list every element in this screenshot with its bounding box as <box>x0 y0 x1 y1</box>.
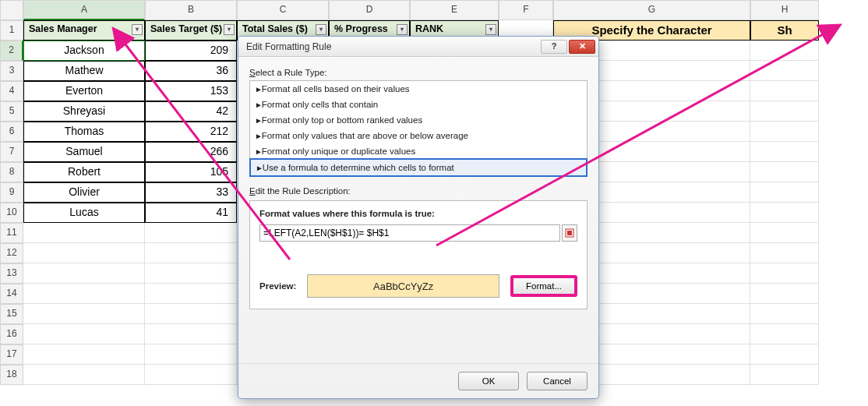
cell[interactable] <box>145 263 237 284</box>
cell-A7[interactable]: Samuel <box>23 142 145 162</box>
col-header-C[interactable]: C <box>237 0 329 20</box>
row-header-5[interactable]: 5 <box>0 101 23 122</box>
row-header-14[interactable]: 14 <box>0 284 23 304</box>
cell[interactable] <box>750 263 819 284</box>
cell-B4[interactable]: 153 <box>145 81 237 101</box>
row-header-13[interactable]: 13 <box>0 263 23 284</box>
rule-type-option[interactable]: Format only top or bottom ranked values <box>250 112 587 128</box>
cell-H3[interactable] <box>750 61 819 81</box>
formula-input[interactable] <box>259 224 560 242</box>
rule-type-option-selected[interactable]: Use a formula to determine which cells t… <box>249 158 587 177</box>
filter-dropdown-icon[interactable]: ▾ <box>224 24 235 35</box>
filter-dropdown-icon[interactable]: ▾ <box>485 24 496 35</box>
cell-A5[interactable]: Shreyasi <box>23 101 145 122</box>
help-button[interactable]: ? <box>541 40 567 54</box>
cell-B6[interactable]: 212 <box>145 122 237 142</box>
rule-type-list[interactable]: Format all cells based on their values F… <box>249 80 587 177</box>
cell-H2[interactable] <box>750 41 819 61</box>
cell-H7[interactable] <box>750 142 819 162</box>
filter-dropdown-icon[interactable]: ▾ <box>132 24 143 35</box>
row-header-6[interactable]: 6 <box>0 122 23 142</box>
row-header-3[interactable]: 3 <box>0 61 23 81</box>
row-header-9[interactable]: 9 <box>0 182 23 203</box>
col-header-B[interactable]: B <box>145 0 237 20</box>
cell-A4[interactable]: Everton <box>23 81 145 101</box>
close-button[interactable]: ✕ <box>569 40 595 54</box>
cell-B7[interactable]: 266 <box>145 142 237 162</box>
cell[interactable] <box>23 365 145 385</box>
col-header-A[interactable]: A <box>23 0 145 20</box>
rule-type-option[interactable]: Format all cells based on their values <box>250 81 587 97</box>
cell-A6[interactable]: Thomas <box>23 122 145 142</box>
cell-H9[interactable] <box>750 182 819 203</box>
select-all-corner[interactable] <box>0 0 23 20</box>
cell[interactable] <box>23 304 145 324</box>
cell-H1-value[interactable]: Sh <box>750 20 819 41</box>
format-button[interactable]: Format... <box>510 275 577 297</box>
cell-A10[interactable]: Lucas <box>23 203 145 223</box>
col-header-E[interactable]: E <box>410 0 499 20</box>
cell[interactable] <box>23 324 145 344</box>
row-header-12[interactable]: 12 <box>0 243 23 263</box>
cell[interactable] <box>145 365 237 385</box>
row-header-8[interactable]: 8 <box>0 162 23 182</box>
cell-B9[interactable]: 33 <box>145 182 237 203</box>
cell[interactable] <box>145 284 237 304</box>
cell-B5[interactable]: 42 <box>145 101 237 122</box>
row-header-1[interactable]: 1 <box>0 20 23 41</box>
cell-A2[interactable]: Jackson <box>23 41 145 61</box>
cell-B10[interactable]: 41 <box>145 203 237 223</box>
cell[interactable] <box>145 243 237 263</box>
ok-button[interactable]: OK <box>458 372 519 390</box>
cell[interactable] <box>145 324 237 344</box>
row-header-17[interactable]: 17 <box>0 344 23 365</box>
cell[interactable] <box>23 263 145 284</box>
col-header-H[interactable]: H <box>750 0 819 20</box>
range-selector-icon[interactable] <box>562 224 577 242</box>
cell-A3[interactable]: Mathew <box>23 61 145 81</box>
row-header-11[interactable]: 11 <box>0 223 23 243</box>
cell-H10[interactable] <box>750 203 819 223</box>
cell[interactable] <box>750 284 819 304</box>
cell[interactable] <box>23 223 145 243</box>
cell[interactable] <box>145 223 237 243</box>
cell[interactable] <box>750 243 819 263</box>
cell[interactable] <box>750 344 819 365</box>
hdr-sales-target[interactable]: Sales Target ($)▾ <box>145 20 237 41</box>
cell[interactable] <box>23 344 145 365</box>
cell[interactable] <box>750 304 819 324</box>
dialog-titlebar[interactable]: Edit Formatting Rule ? ✕ <box>238 37 598 57</box>
rule-type-option[interactable]: Format only unique or duplicate values <box>250 143 587 159</box>
cell-A9[interactable]: Olivier <box>23 182 145 203</box>
col-header-D[interactable]: D <box>329 0 410 20</box>
row-header-16[interactable]: 16 <box>0 324 23 344</box>
cell[interactable] <box>750 223 819 243</box>
cancel-button[interactable]: Cancel <box>527 372 587 390</box>
hdr-sales-manager[interactable]: Sales Manager▾ <box>23 20 145 41</box>
filter-dropdown-icon[interactable]: ▾ <box>397 24 408 35</box>
cell-B3[interactable]: 36 <box>145 61 237 81</box>
cell[interactable] <box>750 324 819 344</box>
cell-A8[interactable]: Robert <box>23 162 145 182</box>
col-header-G[interactable]: G <box>553 0 750 20</box>
cell[interactable] <box>23 284 145 304</box>
cell-B8[interactable]: 105 <box>145 162 237 182</box>
cell-B2[interactable]: 209 <box>145 41 237 61</box>
cell-H6[interactable] <box>750 122 819 142</box>
row-header-10[interactable]: 10 <box>0 203 23 223</box>
rule-type-option[interactable]: Format only values that are above or bel… <box>250 128 587 143</box>
cell[interactable] <box>145 344 237 365</box>
row-header-4[interactable]: 4 <box>0 81 23 101</box>
row-header-2[interactable]: 2 <box>0 41 23 61</box>
cell-H4[interactable] <box>750 81 819 101</box>
cell[interactable] <box>23 243 145 263</box>
row-header-18[interactable]: 18 <box>0 365 23 385</box>
filter-dropdown-icon[interactable]: ▾ <box>316 24 326 35</box>
cell[interactable] <box>750 365 819 385</box>
cell-H5[interactable] <box>750 101 819 122</box>
col-header-F[interactable]: F <box>499 0 553 20</box>
cell[interactable] <box>145 304 237 324</box>
rule-type-option[interactable]: Format only cells that contain <box>250 97 587 112</box>
row-header-7[interactable]: 7 <box>0 142 23 162</box>
row-header-15[interactable]: 15 <box>0 304 23 324</box>
